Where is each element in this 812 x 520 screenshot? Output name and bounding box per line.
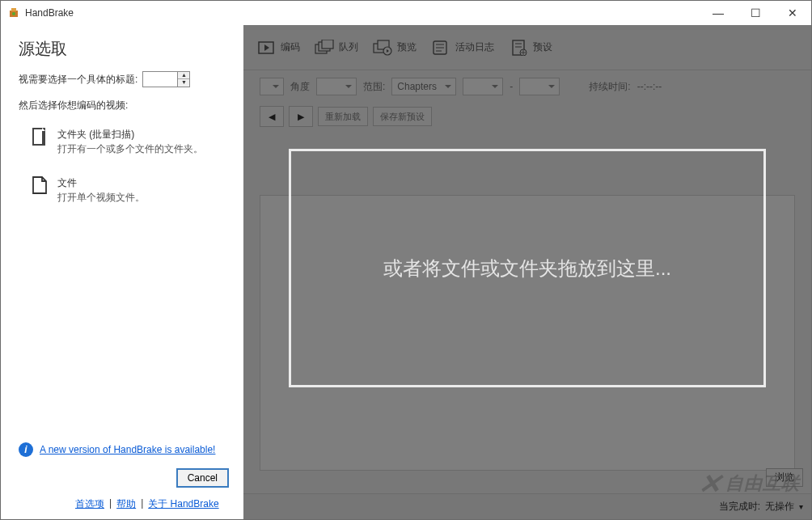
about-link[interactable]: 关于 HandBrake [148, 497, 218, 511]
folder-desc: 打开有一个或多个文件的文件夹。 [57, 142, 203, 156]
window-controls: — ☐ ✕ [700, 1, 811, 24]
source-option-file[interactable]: 文件 打开单个视频文件。 [30, 172, 229, 208]
source-panel: 源选取 视需要选择一个具体的标题: ▲ ▼ 然后选择你想编码的视频: 文件夹 (… [1, 25, 243, 519]
then-label: 然后选择你想编码的视频: [19, 99, 229, 112]
dim-overlay: 或者将文件或文件夹拖放到这里... [243, 25, 811, 519]
panel-heading: 源选取 [19, 38, 229, 60]
info-icon: i [19, 442, 33, 457]
file-desc: 打开单个视频文件。 [57, 190, 145, 205]
svg-point-2 [12, 12, 15, 15]
file-icon [32, 175, 49, 197]
app-title: HandBrake [25, 7, 700, 19]
title-select-label: 视需要选择一个具体的标题: [19, 73, 137, 87]
folder-icon [32, 127, 49, 148]
drop-zone-text: 或者将文件或文件夹拖放到这里... [383, 256, 671, 281]
close-button[interactable]: ✕ [774, 1, 811, 24]
footer-links: 首选项 | 帮助 | 关于 HandBrake [19, 497, 229, 511]
spinner-up-icon[interactable]: ▲ [178, 72, 189, 79]
source-option-folder[interactable]: 文件夹 (批量扫描) 打开有一个或多个文件的文件夹。 [30, 124, 229, 159]
minimize-button[interactable]: — [700, 1, 737, 24]
title-spinner-input[interactable] [142, 71, 178, 87]
prefs-link[interactable]: 首选项 [75, 497, 104, 511]
title-select-row: 视需要选择一个具体的标题: ▲ ▼ [19, 71, 229, 87]
app-icon [7, 6, 20, 19]
folder-title: 文件夹 (批量扫描) [57, 127, 203, 142]
cancel-button[interactable]: Cancel [176, 468, 229, 488]
title-spinner[interactable]: ▲ ▼ [142, 71, 190, 87]
svg-rect-22 [34, 129, 42, 144]
spinner-down-icon[interactable]: ▼ [178, 79, 189, 87]
help-link[interactable]: 帮助 [116, 497, 136, 511]
drop-zone[interactable]: 或者将文件或文件夹拖放到这里... [289, 149, 766, 387]
maximize-button[interactable]: ☐ [737, 1, 774, 24]
titlebar: HandBrake — ☐ ✕ [1, 1, 811, 25]
update-alert: i A new version of HandBrake is availabl… [19, 442, 229, 457]
file-title: 文件 [57, 175, 145, 190]
svg-rect-1 [11, 8, 16, 11]
update-link[interactable]: A new version of HandBrake is available! [40, 444, 215, 455]
